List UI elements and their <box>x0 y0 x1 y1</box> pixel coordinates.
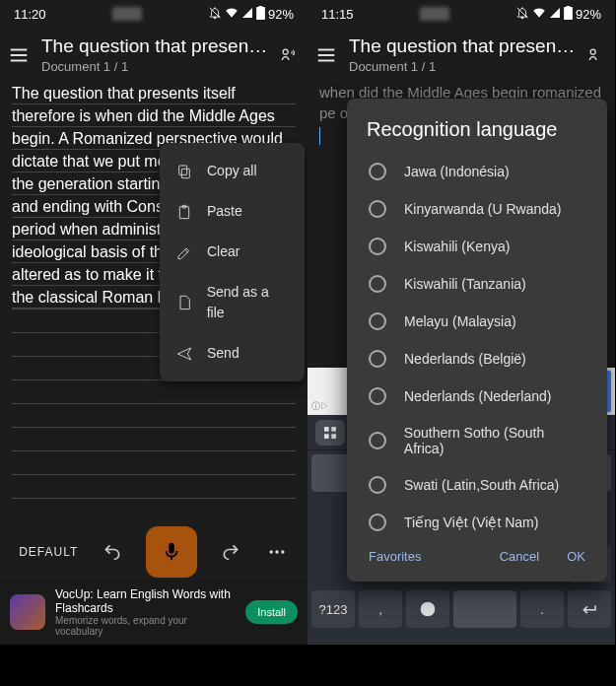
send-icon <box>175 345 193 363</box>
language-label: Kiswahili (Kenya) <box>404 239 510 254</box>
battery-icon <box>256 6 265 23</box>
svg-point-28 <box>425 607 427 609</box>
language-option[interactable]: Jawa (Indonésia) <box>355 153 599 190</box>
apps-icon[interactable] <box>315 420 345 446</box>
language-label: Nederlands (België) <box>404 351 526 367</box>
battery-percent: 92% <box>576 7 601 22</box>
nav-back-icon[interactable] <box>43 655 59 675</box>
language-list[interactable]: Jawa (Indonésia)Kinyarwanda (U Rwanda)Ki… <box>347 153 607 535</box>
svg-point-14 <box>149 658 160 669</box>
menu-send-file[interactable]: Send as a file <box>160 272 305 333</box>
language-dialog: Recognition language Jawa (Indonésia)Kin… <box>347 99 607 582</box>
menu-label: Clear <box>207 241 240 262</box>
radio-icon <box>369 163 386 180</box>
comma-key[interactable]: , <box>359 590 402 628</box>
svg-point-29 <box>430 607 432 609</box>
menu-label: Paste <box>207 201 242 222</box>
radio-icon <box>369 514 386 531</box>
dnd-icon <box>208 6 222 23</box>
status-privacy-blur <box>420 7 449 21</box>
nav-bar <box>308 645 615 686</box>
favorites-button[interactable]: Favorites <box>369 549 421 564</box>
language-option[interactable]: Tiếng Việt (Việt Nam) <box>355 504 599 535</box>
svg-point-3 <box>283 49 288 54</box>
status-time: 11:20 <box>14 7 46 22</box>
svg-point-12 <box>275 550 278 553</box>
language-label: Melayu (Malaysia) <box>404 313 516 329</box>
clear-icon <box>175 243 193 261</box>
nav-home-icon[interactable] <box>453 655 469 675</box>
status-bar: 11:15 92% <box>308 0 615 28</box>
screen-right: 11:15 92% The question that presen… Docu… <box>308 0 615 686</box>
page-title: The question that presen… <box>349 35 575 57</box>
status-time: 11:15 <box>321 7 354 22</box>
svg-rect-24 <box>331 427 336 432</box>
app-bar: The question that presen… Document 1 / 1 <box>308 28 615 82</box>
svg-rect-15 <box>251 658 262 669</box>
svg-rect-26 <box>331 434 336 439</box>
voice-settings-icon[interactable] <box>279 43 299 67</box>
menu-paste[interactable]: Paste <box>160 191 305 232</box>
editor-area[interactable]: The question that presents itself theref… <box>0 82 308 524</box>
ad-app-icon <box>10 594 45 630</box>
redo-icon[interactable] <box>219 540 242 564</box>
language-option[interactable]: Swati (Latin,South Africa) <box>355 466 599 504</box>
menu-copy-all[interactable]: Copy all <box>160 151 305 191</box>
svg-rect-8 <box>179 166 187 174</box>
dialog-actions: Favorites Cancel OK <box>347 535 607 582</box>
menu-icon[interactable] <box>8 43 30 67</box>
language-label: Swati (Latin,South Africa) <box>404 477 559 493</box>
nav-hide-keyboard-icon[interactable] <box>351 655 367 675</box>
default-label[interactable]: DEFAULT <box>19 545 78 559</box>
language-option[interactable]: Nederlands (België) <box>355 340 599 377</box>
status-bar: 11:20 92% <box>0 0 308 28</box>
menu-send[interactable]: Send <box>160 333 305 374</box>
cancel-button[interactable]: Cancel <box>500 549 539 564</box>
menu-clear[interactable]: Clear <box>160 232 305 272</box>
language-label: Southern Sotho (South Africa) <box>404 425 585 456</box>
battery-percent: 92% <box>268 7 294 22</box>
mic-button[interactable] <box>146 526 197 578</box>
radio-icon <box>369 432 386 449</box>
nav-recent-icon[interactable] <box>556 655 572 675</box>
svg-rect-2 <box>259 6 263 8</box>
svg-rect-7 <box>181 169 189 177</box>
symbols-key[interactable]: ?123 <box>311 590 355 628</box>
nav-recent-icon[interactable] <box>248 655 264 675</box>
keyboard-row-4: ?123 , . <box>308 586 615 636</box>
file-icon <box>175 294 193 311</box>
undo-icon[interactable] <box>101 540 124 564</box>
ad-banner[interactable]: VocUp: Learn English Words with Flashcar… <box>0 580 308 645</box>
install-button[interactable]: Install <box>245 600 298 624</box>
radio-icon <box>369 275 386 293</box>
language-option[interactable]: Kinyarwanda (U Rwanda) <box>355 190 599 228</box>
svg-point-19 <box>590 49 595 54</box>
menu-icon[interactable] <box>315 43 337 67</box>
svg-point-11 <box>269 550 272 553</box>
radio-icon <box>369 312 386 330</box>
text-cursor <box>319 127 320 145</box>
ad-title: VocUp: Learn English Words with Flashcar… <box>55 587 236 615</box>
more-horizontal-icon[interactable] <box>265 540 289 564</box>
dnd-icon <box>515 6 529 23</box>
period-key[interactable]: . <box>520 590 564 628</box>
ad-subtitle: Memorize words, expand your vocabulary <box>55 615 236 637</box>
language-option[interactable]: Nederlands (Nederland) <box>355 377 599 415</box>
spacebar[interactable] <box>453 590 516 628</box>
language-option[interactable]: Melayu (Malaysia) <box>355 303 599 340</box>
svg-rect-25 <box>324 434 329 439</box>
ok-button[interactable]: OK <box>567 549 585 564</box>
copy-icon <box>175 163 193 180</box>
emoji-icon[interactable] <box>406 590 449 628</box>
ad-info-icon[interactable]: ⓘ▷ <box>311 400 329 413</box>
svg-rect-31 <box>559 658 570 669</box>
language-option[interactable]: Kiswahili (Tanzania) <box>355 265 599 303</box>
language-option[interactable]: Kiswahili (Kenya) <box>355 228 599 265</box>
enter-icon[interactable] <box>568 590 611 628</box>
language-option[interactable]: Southern Sotho (South Africa) <box>355 415 599 466</box>
voice-settings-icon[interactable] <box>586 43 606 67</box>
nav-home-icon[interactable] <box>146 655 162 675</box>
svg-point-27 <box>421 602 435 616</box>
radio-icon <box>369 200 386 218</box>
signal-icon <box>241 7 253 22</box>
